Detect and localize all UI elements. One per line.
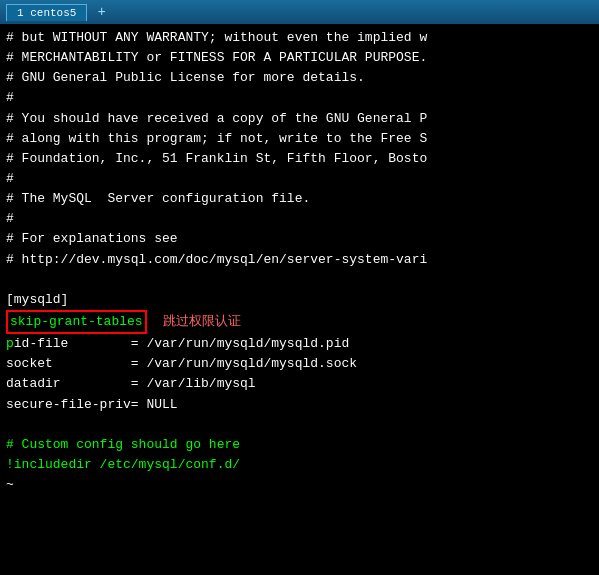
terminal-line: # Custom config should go here [6,435,593,455]
terminal-line: socket = /var/run/mysqld/mysqld.sock [6,354,593,374]
terminal-line: pid-file = /var/run/mysqld/mysqld.pid [6,334,593,354]
terminal-line: # http://dev.mysql.com/doc/mysql/en/serv… [6,250,593,270]
terminal-line: # [6,169,593,189]
skip-annotation: 跳过权限认证 [163,312,241,332]
terminal-line [6,270,593,290]
pid-indicator: p [6,336,14,351]
terminal-line: # For explanations see [6,229,593,249]
terminal-line: # You should have received a copy of the… [6,109,593,129]
terminal-line: secure-file-priv= NULL [6,395,593,415]
tab-label: 1 centos5 [17,7,76,19]
terminal-line: # GNU General Public License for more de… [6,68,593,88]
plus-icon: + [97,4,105,20]
terminal-line: # but WITHOUT ANY WARRANTY; without even… [6,28,593,48]
terminal-line: ~ [6,475,593,495]
terminal-tab[interactable]: 1 centos5 [6,4,87,21]
terminal-area[interactable]: # but WITHOUT ANY WARRANTY; without even… [0,24,599,575]
terminal-line: skip-grant-tables跳过权限认证 [6,310,593,334]
terminal-line: [mysqld] [6,290,593,310]
terminal-line: datadir = /var/lib/mysql [6,374,593,394]
window: 1 centos5 + # but WITHOUT ANY WARRANTY; … [0,0,599,575]
pid-file-line: id-file = /var/run/mysqld/mysqld.pid [14,336,349,351]
terminal-line: # Foundation, Inc., 51 Franklin St, Fift… [6,149,593,169]
terminal-line [6,415,593,435]
terminal-line: # The MySQL Server configuration file. [6,189,593,209]
terminal-line: # along with this program; if not, write… [6,129,593,149]
title-bar: 1 centos5 + [0,0,599,24]
terminal-line: # [6,209,593,229]
skip-grant-tables-value: skip-grant-tables [6,310,147,334]
terminal-line: !includedir /etc/mysql/conf.d/ [6,455,593,475]
new-tab-button[interactable]: + [93,4,109,20]
terminal-line: # MERCHANTABILITY or FITNESS FOR A PARTI… [6,48,593,68]
terminal-line: # [6,88,593,108]
